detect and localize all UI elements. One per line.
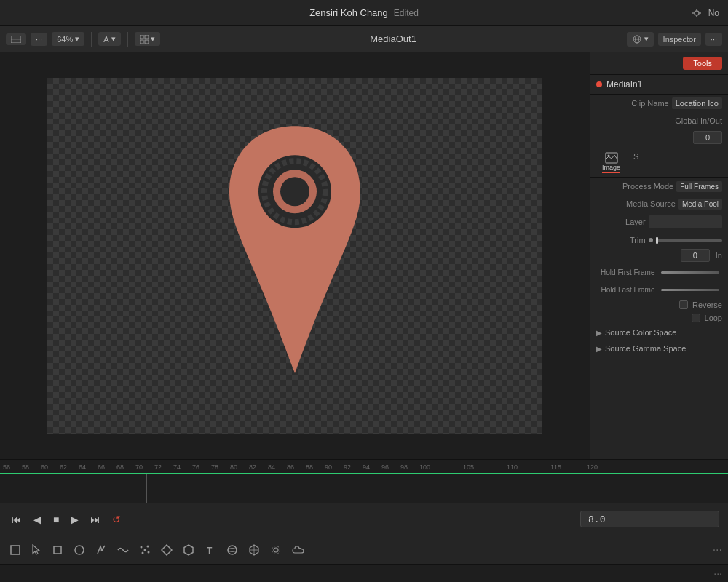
source-gamma-section[interactable]: ▶ Source Gamma Space: [590, 340, 728, 356]
skip-start-btn[interactable]: ⏮: [9, 511, 25, 528]
tool-sphere[interactable]: [223, 541, 242, 559]
zoom-label: 64%: [57, 35, 73, 44]
ruler-80: 80: [230, 463, 237, 471]
globe-icon: [632, 34, 642, 44]
viewer-layout-btn[interactable]: [6, 33, 26, 45]
tool-cloud[interactable]: [288, 541, 309, 559]
source-gamma-label: Source Gamma Space: [605, 344, 686, 353]
loop-transport-btn[interactable]: ↺: [109, 511, 124, 528]
source-color-section[interactable]: ▶ Source Color Space: [590, 324, 728, 340]
svg-point-26: [147, 545, 149, 547]
tool-scatter[interactable]: [135, 541, 154, 559]
svg-point-24: [141, 546, 143, 548]
trim-slider[interactable]: [656, 239, 722, 242]
tool-text[interactable]: T: [201, 541, 220, 559]
ruler-62: 62: [60, 463, 67, 471]
svg-rect-9: [140, 40, 143, 44]
svg-point-27: [142, 551, 144, 554]
tool-ellipse[interactable]: [70, 541, 89, 559]
tool-cube[interactable]: [245, 541, 264, 559]
svg-point-17: [280, 177, 309, 206]
top-toolbar: ··· 64% ▾ A ▾ ▾ MediaOut1: [0, 26, 728, 52]
svg-marker-29: [162, 545, 172, 555]
skip-end-btn[interactable]: ⏭: [87, 511, 103, 528]
svg-rect-20: [11, 546, 20, 554]
clip-name-value[interactable]: Location Ico: [672, 97, 722, 109]
toolbar-right-group: ▾ Inspector ···: [627, 32, 722, 47]
grid-btn[interactable]: ▾: [135, 32, 160, 46]
tool-hexagon[interactable]: [179, 541, 198, 559]
svg-rect-8: [145, 35, 149, 39]
process-mode-label: Process Mode: [596, 182, 673, 191]
svg-point-38: [272, 546, 280, 554]
media-source-row: Media Source Media Pool: [590, 195, 728, 212]
zoom-btn[interactable]: 64% ▾: [52, 32, 84, 46]
crop-icon: [52, 544, 63, 556]
svg-rect-21: [54, 546, 61, 554]
location-pin-container: [215, 119, 375, 383]
play-back-btn[interactable]: ◀: [31, 511, 44, 528]
inspector-tabs: Image S: [590, 148, 728, 178]
settings-tab[interactable]: S: [626, 148, 646, 177]
hold-first-slider[interactable]: [661, 271, 720, 274]
tools-more-btn[interactable]: ···: [713, 543, 722, 557]
tool-gear[interactable]: [266, 541, 285, 559]
process-mode-value[interactable]: Full Frames: [676, 181, 722, 192]
sep1: [91, 32, 92, 47]
trim-label: Trim: [596, 236, 646, 244]
hold-last-label: Hold Last Frame: [596, 286, 655, 294]
inspector-panel: Tools MediaIn1 Clip Name Location Ico Gl…: [590, 52, 728, 459]
main-layout: ··· 64% ▾ A ▾ ▾ MediaOut1: [0, 26, 728, 582]
tool-pointer[interactable]: [28, 541, 45, 559]
media-source-label: Media Source: [596, 199, 676, 208]
stop-btn[interactable]: ■: [50, 511, 62, 528]
app-title: Zensiri Koh Chang: [309, 7, 388, 18]
ruler-76: 76: [192, 463, 199, 471]
image-tab-icon: [605, 152, 618, 164]
hold-first-row: Hold First Frame: [590, 263, 728, 281]
tools-button[interactable]: Tools: [683, 57, 722, 70]
bottom-more-btn[interactable]: ···: [713, 567, 722, 579]
tool-wave[interactable]: [114, 541, 132, 559]
clip-name-label: Clip Name: [596, 99, 669, 108]
more-btn[interactable]: ···: [31, 33, 47, 46]
ruler-70: 70: [135, 463, 143, 471]
mode-btn[interactable]: A ▾: [98, 32, 120, 46]
tool-crop[interactable]: [48, 541, 67, 559]
tool-diamond[interactable]: [157, 541, 176, 559]
diamond-icon: [161, 544, 173, 556]
trim-value-input[interactable]: [681, 249, 710, 262]
tool-pen[interactable]: [92, 541, 111, 559]
inspector-btn[interactable]: Inspector: [658, 33, 701, 46]
ruler-58: 58: [22, 463, 29, 471]
image-tab-label[interactable]: Image: [602, 164, 620, 173]
network-status: No: [708, 8, 719, 18]
titlebar-right: No: [691, 7, 719, 19]
hold-first-label: Hold First Frame: [596, 268, 655, 276]
layer-input[interactable]: [649, 215, 722, 228]
ruler-60: 60: [41, 463, 48, 471]
content-area: Tools MediaIn1 Clip Name Location Ico Gl…: [0, 52, 728, 459]
layer-label: Layer: [596, 218, 646, 226]
tools-bar: T ···: [0, 535, 728, 564]
timecode-input[interactable]: [580, 511, 719, 527]
play-btn[interactable]: ▶: [68, 511, 82, 528]
tool-rect-select[interactable]: [6, 541, 25, 559]
toolbar-more-btn[interactable]: ···: [705, 33, 722, 46]
media-source-value[interactable]: Media Pool: [678, 199, 722, 210]
trim-in-label: In: [716, 251, 722, 260]
network-icon: [691, 7, 703, 19]
grid-icon: [140, 35, 149, 44]
timeline-area: 56 58 60 62 64 66 68 70 72 74 76 78 80 8…: [0, 459, 728, 503]
sep2: [127, 32, 128, 47]
titlebar: Zensiri Koh Chang Edited No: [0, 0, 728, 26]
transport-bar: ⏮ ◀ ■ ▶ ⏭ ↺: [0, 503, 728, 535]
checker-background: [47, 78, 542, 434]
trim-slider-thumb: [656, 237, 658, 244]
hold-last-slider[interactable]: [661, 289, 720, 291]
viewer-options-btn[interactable]: ▾: [627, 32, 654, 47]
reverse-checkbox[interactable]: [679, 300, 688, 309]
loop-checkbox[interactable]: [692, 314, 700, 322]
global-inout-input[interactable]: [693, 131, 722, 144]
timeline-track[interactable]: [0, 474, 728, 503]
